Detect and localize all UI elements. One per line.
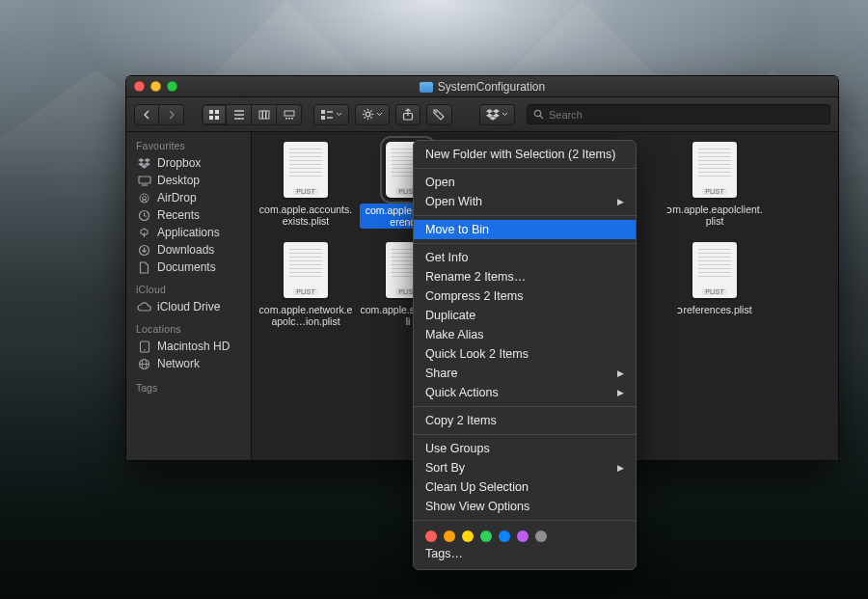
tag-color-dot[interactable] (444, 531, 455, 542)
tag-color-dot[interactable] (517, 531, 529, 542)
column-view-button[interactable] (252, 104, 277, 125)
svg-rect-2 (209, 116, 213, 120)
sidebar-item-downloads[interactable]: Downloads (132, 241, 247, 259)
forward-button[interactable] (159, 104, 184, 125)
sidebar-item-documents[interactable]: Documents (132, 259, 247, 276)
menu-tag-colors[interactable] (414, 525, 636, 544)
menu-item-clean-up-selection[interactable]: Clean Up Selection (414, 477, 636, 497)
desktop-icon (137, 175, 151, 187)
gallery-view-button[interactable] (277, 104, 302, 125)
svg-rect-8 (285, 118, 287, 120)
menu-item-make-alias[interactable]: Make Alias (414, 325, 636, 344)
dropbox-icon (137, 157, 151, 170)
share-button[interactable] (395, 104, 420, 125)
list-view-button[interactable] (227, 104, 252, 125)
dropbox-button[interactable] (479, 104, 515, 125)
tag-color-dot[interactable] (462, 531, 474, 542)
sidebar-item-recents[interactable]: Recents (132, 206, 247, 224)
gear-icon (362, 108, 374, 121)
disk-icon (137, 340, 151, 353)
chevron-down-icon (336, 112, 342, 117)
group-button[interactable] (313, 104, 349, 125)
menu-item-open[interactable]: Open (414, 173, 636, 192)
sidebar-item-label: AirDrop (157, 191, 197, 204)
sidebar-item-desktop[interactable]: Desktop (132, 172, 247, 189)
menu-item-compress-2-items[interactable]: Compress 2 Items (414, 286, 636, 306)
chevron-left-icon (143, 110, 150, 120)
file-item[interactable]: PLISTcom.apple.accounts.exists.plist (258, 142, 354, 229)
sidebar-item-label: Desktop (157, 174, 200, 187)
svg-point-23 (435, 111, 437, 113)
zoom-button[interactable] (167, 81, 177, 92)
back-button[interactable] (134, 104, 159, 125)
menu-item-label: Quick Actions (425, 386, 499, 399)
menu-item-label: Duplicate (425, 309, 475, 322)
svg-rect-26 (139, 177, 150, 183)
titlebar[interactable]: SystemConfiguration (126, 76, 838, 97)
group-icon (320, 109, 334, 121)
menu-item-copy-2-items[interactable]: Copy 2 Items (414, 411, 636, 430)
search-field[interactable] (527, 104, 830, 124)
svg-rect-6 (266, 111, 269, 119)
menu-item-tags[interactable]: Tags… (414, 544, 636, 563)
svg-rect-10 (291, 118, 293, 120)
sidebar-item-icloud-drive[interactable]: iCloud Drive (132, 298, 247, 315)
tag-color-dot[interactable] (425, 531, 437, 542)
svg-line-19 (370, 117, 371, 118)
menu-item-quick-actions[interactable]: Quick Actions▶ (414, 383, 636, 402)
menu-item-share[interactable]: Share▶ (414, 364, 636, 383)
menu-item-get-info[interactable]: Get Info (414, 248, 636, 267)
svg-line-25 (540, 116, 543, 119)
tag-color-dot[interactable] (535, 531, 547, 542)
chevron-right-icon (168, 110, 176, 120)
menu-item-label: Tags… (425, 547, 463, 560)
tag-color-dot[interactable] (480, 531, 492, 542)
close-button[interactable] (134, 81, 145, 92)
file-item[interactable]: PLISTɔreferences.plist (666, 242, 763, 327)
magnifier-icon (533, 109, 544, 120)
icon-view-button[interactable] (202, 104, 227, 125)
file-type-badge: PLIST (702, 188, 726, 195)
menu-separator (414, 243, 636, 244)
menu-item-move-to-bin[interactable]: Move to Bin (414, 220, 636, 239)
airdrop-icon (137, 192, 151, 204)
menu-item-label: Show View Options (425, 500, 529, 513)
menu-item-new-folder-with-selection-2-items[interactable]: New Folder with Selection (2 Items) (414, 145, 636, 164)
view-segment (202, 104, 302, 125)
svg-rect-3 (215, 116, 219, 120)
search-input[interactable] (549, 109, 824, 121)
menu-item-duplicate[interactable]: Duplicate (414, 306, 636, 325)
sidebar-item-network[interactable]: Network (132, 355, 247, 372)
menu-item-label: Share (425, 367, 457, 380)
svg-rect-33 (140, 341, 149, 352)
menu-item-quick-look-2-items[interactable]: Quick Look 2 Items (414, 344, 636, 364)
menu-item-label: New Folder with Selection (2 Items) (425, 148, 615, 161)
file-type-badge: PLIST (702, 288, 726, 295)
sidebar-tags-label[interactable]: Tags (136, 382, 243, 394)
menu-item-rename-2-items[interactable]: Rename 2 Items… (414, 267, 636, 286)
chevron-right-icon: ▶ (617, 197, 624, 206)
clock-icon (137, 209, 151, 222)
menu-item-label: Copy 2 Items (425, 414, 497, 427)
menu-separator (414, 168, 636, 169)
action-button[interactable] (355, 104, 390, 125)
menu-item-show-view-options[interactable]: Show View Options (414, 497, 636, 516)
menu-item-sort-by[interactable]: Sort By▶ (414, 458, 636, 477)
sidebar-item-dropbox[interactable]: Dropbox (132, 154, 247, 172)
minimize-button[interactable] (150, 81, 161, 92)
menu-item-label: Compress 2 Items (425, 289, 523, 303)
file-item[interactable]: PLISTɔm.apple.eapolclient.plist (666, 142, 763, 229)
svg-rect-0 (209, 110, 213, 114)
tag-color-dot[interactable] (499, 531, 510, 542)
file-name: ɔm.apple.eapolclient.plist (666, 204, 763, 227)
file-item[interactable]: PLISTcom.apple.network.eapolc…ion.plist (258, 242, 354, 327)
menu-item-use-groups[interactable]: Use Groups (414, 439, 636, 458)
plist-file-icon: PLIST (692, 242, 737, 298)
sidebar-item-macintosh-hd[interactable]: Macintosh HD (132, 338, 247, 355)
sidebar-item-applications[interactable]: Applications (132, 224, 247, 241)
sidebar-item-airdrop[interactable]: AirDrop (132, 189, 247, 206)
sidebar-item-label: Downloads (157, 243, 214, 257)
menu-item-open-with[interactable]: Open With▶ (414, 192, 636, 211)
tags-button[interactable] (426, 104, 452, 125)
svg-point-34 (144, 348, 146, 350)
